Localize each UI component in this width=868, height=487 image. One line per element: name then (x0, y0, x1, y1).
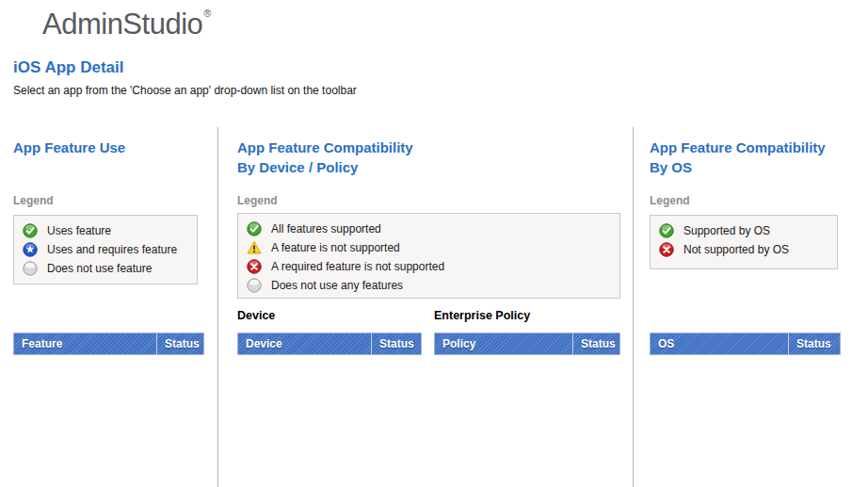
section-title-line2: By OS (650, 157, 826, 177)
legend-item: A feature is not supported (247, 238, 611, 257)
legend-item: Uses feature (23, 221, 188, 240)
legend-box: Uses feature Uses and requires feature D… (13, 215, 198, 284)
feature-table: Feature Status (13, 333, 204, 355)
section-title: App Feature Compatibility By OS (650, 138, 826, 177)
legend-box: Supported by OS Not supported by OS (650, 215, 838, 269)
section-title-line1: App Feature Compatibility (650, 138, 826, 157)
status-column-header[interactable]: Status (156, 333, 203, 354)
section-title: App Feature Use (13, 138, 125, 157)
legend-item: All features supported (247, 219, 611, 238)
red-x-icon (247, 259, 262, 274)
legend-item-label: Supported by OS (683, 224, 770, 237)
legend-item-label: Does not use feature (47, 262, 152, 275)
legend-item-label: Uses feature (47, 224, 111, 237)
policy-table-caption: Enterprise Policy (434, 309, 530, 322)
green-check-icon (23, 223, 38, 238)
os-table: OS Status (650, 333, 841, 355)
ios-app-detail-page: AdminStudio® iOS App Detail Select an ap… (0, 0, 868, 487)
os-column-header[interactable]: OS (651, 333, 788, 354)
green-check-icon (247, 221, 262, 236)
legend-item: Not supported by OS (659, 240, 828, 259)
legend-item-label: Not supported by OS (683, 243, 789, 256)
legend-label: Legend (237, 194, 278, 207)
device-column-header[interactable]: Device (238, 333, 371, 354)
legend-box: All features supported A feature is not … (237, 213, 620, 299)
section-title: App Feature Compatibility By Device / Po… (237, 138, 413, 177)
gray-circle-icon (247, 278, 262, 293)
policy-column-header[interactable]: Policy (435, 333, 572, 354)
status-column-header[interactable]: Status (371, 333, 421, 354)
legend-item: Does not use any features (247, 276, 611, 295)
column-divider (633, 127, 634, 487)
feature-column-header[interactable]: Feature (14, 333, 156, 354)
section-title-line1: App Feature Compatibility (237, 138, 413, 157)
legend-item-label: A required feature is not supported (271, 260, 444, 273)
device-table-caption: Device (237, 309, 275, 322)
warning-triangle-icon (247, 240, 262, 255)
policy-table: Policy Status (434, 333, 620, 355)
page-title: iOS App Detail (13, 58, 123, 77)
gray-circle-icon (23, 261, 38, 276)
red-x-icon (659, 242, 674, 257)
legend-item: Uses and requires feature (23, 240, 188, 259)
legend-label: Legend (13, 194, 54, 207)
legend-label: Legend (650, 194, 690, 207)
registered-mark: ® (203, 8, 211, 19)
legend-item-label: Uses and requires feature (47, 243, 177, 256)
status-column-header[interactable]: Status (572, 333, 619, 354)
legend-item: Does not use feature (23, 259, 188, 278)
legend-item: A required feature is not supported (247, 257, 611, 276)
page-subtitle: Select an app from the 'Choose an app' d… (13, 84, 357, 97)
status-column-header[interactable]: Status (788, 333, 840, 354)
section-title-line2: By Device / Policy (237, 157, 413, 177)
legend-item-label: Does not use any features (271, 279, 403, 292)
legend-item-label: A feature is not supported (271, 241, 400, 254)
device-table: Device Status (237, 333, 422, 355)
column-divider (217, 127, 218, 487)
blue-star-icon (23, 242, 38, 257)
adminstudio-logo: AdminStudio® (42, 8, 211, 41)
legend-item: Supported by OS (659, 221, 828, 240)
green-check-icon (659, 223, 674, 238)
logo-text: AdminStudio (42, 8, 202, 41)
legend-item-label: All features supported (271, 222, 381, 235)
